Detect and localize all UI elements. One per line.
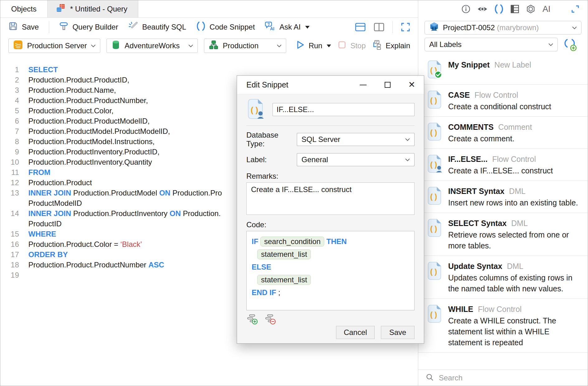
database-select[interactable]: AdventureWorks [107, 39, 198, 53]
snippet-category: Comment [498, 122, 532, 132]
snippet-item[interactable]: ( )My SnippetNew Label [418, 54, 588, 85]
snippet-name-input[interactable] [273, 103, 415, 116]
close-icon: ✕ [408, 81, 415, 89]
label-label: Label: [246, 155, 297, 164]
stop-label: Stop [350, 41, 366, 50]
snippet-code-line: END IF ; [252, 286, 409, 299]
snippet-name: Update Syntax [448, 261, 502, 271]
remove-placeholder-button[interactable] [264, 313, 276, 325]
chevron-down-icon [91, 45, 96, 47]
query-builder-button[interactable]: Query Builder [59, 21, 118, 33]
stop-button[interactable]: Stop [337, 40, 366, 51]
label-value: General [301, 155, 405, 164]
svg-text:( ): ( ) [430, 96, 437, 105]
project-icon [429, 22, 439, 33]
server-select[interactable]: Production Server [8, 39, 100, 53]
database-type-label: Database Type: [246, 131, 297, 148]
code-snippet-button[interactable]: Code Snippet [196, 21, 255, 33]
chevron-down-icon [327, 45, 331, 47]
label-select[interactable]: General [297, 153, 415, 166]
tab-untitled-query[interactable]: * Untitled - Query [48, 0, 138, 17]
table-grid-icon[interactable] [510, 4, 519, 14]
snippet-category: Flow Control [474, 90, 518, 100]
snippet-doc-icon: ( ) [426, 261, 443, 294]
info-icon[interactable] [461, 4, 471, 14]
chevron-down-icon [405, 158, 410, 161]
tab-objects-label: Objects [11, 5, 36, 13]
database-select-value: AdventureWorks [125, 41, 184, 50]
schema-select[interactable]: Production [204, 39, 286, 53]
snippet-code-box[interactable]: IF search_condition THENstatement_listEL… [246, 231, 415, 310]
chevron-down-icon [305, 26, 310, 29]
ai-panel-icon[interactable]: AI [542, 4, 554, 14]
window-controls: ✕ [351, 76, 424, 94]
new-snippet-button[interactable] [563, 38, 578, 51]
add-placeholder-button[interactable] [246, 313, 258, 325]
view-controls [355, 21, 410, 33]
snippet-code-line: ELSE [252, 261, 409, 273]
close-button[interactable]: ✕ [400, 76, 424, 94]
run-button[interactable]: Run [296, 40, 331, 51]
snippet-description: Create a WHILE construct. The statement … [448, 315, 580, 348]
app-window: Objects * Untitled - Query [0, 0, 588, 386]
remarks-input[interactable]: Create a IF...ELSE... construct [246, 182, 415, 215]
search-bar [418, 370, 588, 386]
dialog-save-button[interactable]: Save [381, 326, 415, 339]
ask-ai-button[interactable]: ? AI Ask AI [265, 21, 310, 33]
snippet-code-line: IF search_condition THEN [252, 235, 409, 248]
horizontal-split-button[interactable] [355, 22, 366, 32]
snippet-description: Create a conditional construct [448, 101, 551, 112]
sql-server-icon [13, 40, 23, 52]
snippet-item[interactable]: ( )WHILEFlow ControlCreate a WHILE const… [418, 299, 588, 353]
snippet-user-doc-icon: ( ) [246, 99, 264, 120]
project-select[interactable]: ProjectDT-0052 (marybrown) [424, 21, 581, 35]
snippet-doc-icon: ( ) [426, 154, 443, 176]
run-label: Run [309, 41, 322, 50]
svg-text:( ): ( ) [430, 161, 437, 169]
expand-panel-icon[interactable] [571, 5, 580, 13]
database-type-select[interactable]: SQL Server [297, 133, 415, 146]
hexagon-icon[interactable] [526, 4, 535, 14]
explain-plan-icon [372, 40, 382, 52]
snippet-item[interactable]: ( )IF...ELSE...Flow ControlCreate a IF..… [418, 149, 588, 181]
project-name: ProjectDT-0052 (marybrown) [443, 23, 568, 32]
snippet-item[interactable]: ( )COMMENTSCommentCreate a comment. [418, 117, 588, 149]
query-file-icon [56, 3, 66, 15]
ask-ai-icon: ? AI [265, 21, 275, 33]
labels-row: All Labels [418, 35, 588, 51]
snippet-description: Insert new rows into an existing table. [448, 197, 578, 208]
project-owner: (marybrown) [497, 23, 539, 32]
edit-snippet-dialog: Edit Snippet ✕ ( ) Database Type: SQL Se… [237, 75, 424, 344]
save-button[interactable]: Save [8, 21, 39, 33]
query-builder-label: Query Builder [73, 23, 118, 31]
chevron-down-icon [277, 45, 282, 47]
beautify-sql-button[interactable]: Beautify SQL [128, 21, 186, 33]
labels-filter-select[interactable]: All Labels [424, 38, 558, 51]
code-snippet-panel-icon[interactable] [494, 4, 504, 14]
save-icon [8, 21, 18, 33]
vertical-split-button[interactable] [374, 22, 384, 32]
explain-button[interactable]: Explain [372, 40, 410, 52]
chevron-down-icon [572, 26, 577, 29]
dialog-titlebar[interactable]: Edit Snippet ✕ [237, 76, 424, 94]
snippet-category: New Label [494, 59, 531, 70]
cancel-button[interactable]: Cancel [336, 326, 375, 339]
snippet-item[interactable]: ( )INSERT SyntaxDMLInsert new rows into … [418, 181, 588, 213]
snippet-code-line: statement_list [252, 248, 409, 261]
snippet-doc-icon: ( ) [426, 304, 443, 348]
snippet-description: Retrieve rows selected from one or more … [448, 229, 580, 251]
snippet-item[interactable]: ( )SELECT SyntaxDMLRetrieve rows selecte… [418, 213, 588, 256]
snippet-category: DML [507, 261, 524, 271]
snippet-text: My SnippetNew Label [448, 59, 531, 80]
snippet-item[interactable]: ( )Update SyntaxDMLUpdates columns of ex… [418, 256, 588, 299]
maximize-button[interactable] [375, 76, 400, 94]
eye-icon[interactable] [477, 5, 488, 13]
tab-objects[interactable]: Objects [0, 0, 48, 17]
explain-label: Explain [386, 41, 410, 50]
snippet-item[interactable]: ( )CASEFlow ControlCreate a conditional … [418, 85, 588, 117]
chevron-down-icon [188, 45, 193, 47]
snippet-name: CASE [448, 90, 470, 100]
minimize-button[interactable] [351, 76, 375, 94]
search-input[interactable] [438, 373, 580, 383]
fullscreen-button[interactable] [401, 22, 410, 32]
